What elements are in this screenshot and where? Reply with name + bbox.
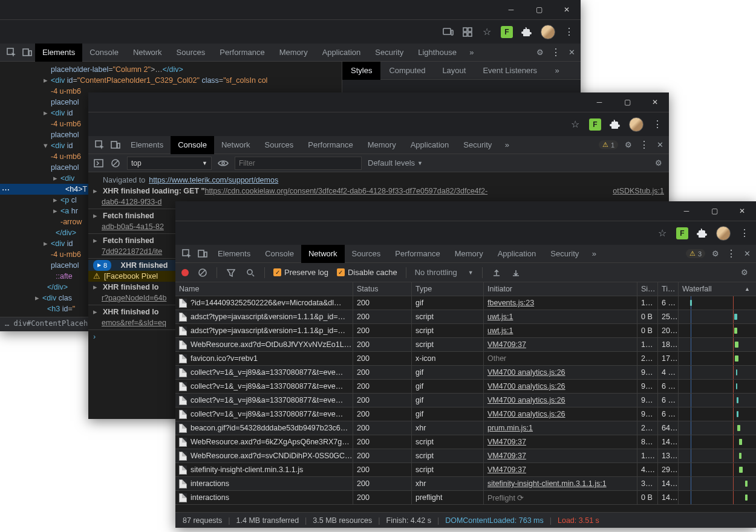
tab-performance[interactable]: Performance [301, 136, 360, 154]
network-row[interactable]: ?id=1444093252502226&ev=Microdata&dl…200… [175, 296, 756, 310]
upload-har-icon[interactable] [491, 267, 502, 278]
win3-close[interactable]: ✕ [728, 201, 756, 221]
settings-icon[interactable]: ⚙ [710, 248, 721, 259]
network-row[interactable]: beacon.gif?id=54328dddabe53db9497b23c6…2… [175, 421, 756, 435]
tab-console[interactable]: Console [258, 245, 301, 263]
devtools-menu-icon[interactable]: ⋮ [726, 248, 737, 259]
initiator-link[interactable]: VM4700 analytics.js:26 [487, 396, 565, 404]
tab-security[interactable]: Security [456, 136, 499, 154]
tab-elements[interactable]: Elements [35, 44, 82, 62]
devtools-menu-icon[interactable]: ⋮ [639, 140, 650, 151]
subtab-computed[interactable]: Computed [380, 62, 434, 80]
initiator-link[interactable]: VM4700 analytics.js:26 [487, 382, 565, 391]
extension-badge-f[interactable]: F [676, 227, 688, 239]
search-icon[interactable] [245, 267, 256, 278]
tab-network[interactable]: Network [126, 44, 169, 62]
warning-count[interactable]: 3 [686, 249, 705, 258]
profile-avatar[interactable] [716, 226, 731, 241]
log-levels-select[interactable]: Default levels▼ [368, 158, 423, 167]
throttling-select[interactable]: No throttling▼ [415, 268, 474, 277]
preserve-log-checkbox[interactable]: ✓Preserve log [273, 268, 328, 277]
extension-badge-f[interactable]: F [501, 26, 513, 38]
live-expr-icon[interactable] [218, 158, 229, 169]
network-row[interactable]: collect?v=1&_v=j89&a=1337080877&t=eve…20… [175, 366, 756, 380]
network-row[interactable]: WebResource.axd?d=svCNDiDihPX-0SS0GC…200… [175, 449, 756, 463]
chrome-menu-icon[interactable]: ⋮ [652, 119, 663, 130]
initiator-link[interactable]: uwt.js:1 [487, 313, 513, 321]
initiator-link[interactable]: VM4709:37 [487, 340, 526, 349]
extension-badge-f[interactable]: F [589, 118, 601, 131]
devtools-close-icon[interactable]: ✕ [654, 140, 665, 151]
win1-minimize[interactable]: ─ [497, 0, 525, 19]
console-settings-icon[interactable]: ⚙ [653, 158, 664, 169]
tab-sources[interactable]: Sources [258, 136, 301, 154]
extensions-icon[interactable] [521, 27, 532, 37]
network-table-header[interactable]: Name Status Type Initiator Si… Ti… Water… [175, 282, 756, 296]
win1-close[interactable]: ✕ [553, 0, 581, 19]
initiator-link[interactable]: prum.min.js:1 [487, 424, 533, 432]
initiator-link[interactable]: fbevents.js:23 [487, 299, 534, 307]
warning-count[interactable]: 1 [599, 140, 618, 149]
device-toggle-icon[interactable] [108, 141, 123, 149]
tab-sources[interactable]: Sources [169, 44, 213, 62]
tab-elements[interactable]: Elements [210, 245, 258, 263]
network-row[interactable]: WebResource.axd?d=OtDu8JfVYXvNVzEo1L…200… [175, 338, 756, 352]
initiator-link[interactable]: VM4700 analytics.js:26 [487, 410, 565, 418]
context-select[interactable]: top▼ [127, 157, 212, 170]
grid-icon[interactable] [462, 27, 473, 37]
tab-elements[interactable]: Elements [123, 136, 171, 154]
more-tabs-icon[interactable]: » [464, 48, 480, 57]
tab-memory[interactable]: Memory [272, 44, 315, 62]
more-subtabs-icon[interactable]: » [549, 66, 565, 75]
tab-network[interactable]: Network [214, 136, 258, 154]
network-row[interactable]: collect?v=1&_v=j89&a=1337080877&t=eve…20… [175, 407, 756, 421]
extensions-icon[interactable] [610, 119, 621, 130]
devtools-close-icon[interactable]: ✕ [566, 47, 577, 58]
group-pill[interactable]: 8 [93, 260, 111, 271]
console-sidebar-icon[interactable] [93, 158, 104, 169]
tab-performance[interactable]: Performance [388, 245, 447, 263]
network-row[interactable]: interactions200preflightPreflight ⟳0 B14… [175, 491, 756, 505]
tab-network[interactable]: Network [301, 245, 345, 263]
initiator-link[interactable]: VM4700 analytics.js:26 [487, 368, 565, 377]
clear-console-icon[interactable] [110, 158, 121, 169]
initiator-link[interactable]: uwt.js:1 [487, 326, 513, 335]
network-row[interactable]: adsct?type=javascript&version=1.1.1&p_id… [175, 324, 756, 338]
subtab-layout[interactable]: Layout [434, 62, 474, 80]
tab-lighthouse[interactable]: Lighthouse [411, 44, 464, 62]
tab-application[interactable]: Application [315, 44, 368, 62]
network-row[interactable]: favicon.ico?v=rebv1200x-iconOther2…17… [175, 352, 756, 366]
console-filter-input[interactable] [235, 157, 362, 170]
more-tabs-icon[interactable]: » [499, 140, 515, 149]
inspect-icon[interactable] [179, 249, 195, 259]
star-icon[interactable]: ☆ [481, 27, 492, 37]
star-icon[interactable]: ☆ [570, 119, 581, 130]
network-row[interactable]: collect?v=1&_v=j89&a=1337080877&t=eve…20… [175, 394, 756, 407]
devtools-close-icon[interactable]: ✕ [741, 248, 752, 259]
record-button[interactable] [181, 269, 189, 276]
device-toggle-icon[interactable] [195, 250, 210, 258]
filter-icon[interactable] [226, 267, 236, 278]
inspect-icon[interactable] [4, 48, 19, 57]
extensions-icon[interactable] [697, 228, 708, 239]
star-icon[interactable]: ☆ [657, 228, 668, 239]
settings-icon[interactable]: ⚙ [623, 140, 634, 151]
device-toggle-icon[interactable] [19, 48, 35, 57]
win1-maximize[interactable]: ▢ [525, 0, 553, 19]
network-row[interactable]: sitefinity-insight-client.min.3.1.1.js20… [175, 463, 756, 477]
network-row[interactable]: WebResource.axd?d=6kZXgApsQ6ne3RX7g…200s… [175, 435, 756, 449]
profile-avatar[interactable] [629, 117, 644, 132]
settings-icon[interactable]: ⚙ [535, 47, 546, 58]
tab-console[interactable]: Console [82, 44, 126, 62]
network-row[interactable]: collect?v=1&_v=j89&a=1337080877&t=eve…20… [175, 380, 756, 394]
devices-icon[interactable] [443, 27, 454, 37]
tab-application[interactable]: Application [490, 245, 544, 263]
tab-application[interactable]: Application [403, 136, 457, 154]
win2-minimize[interactable]: ─ [585, 92, 613, 112]
chrome-menu-icon[interactable]: ⋮ [564, 27, 575, 37]
chrome-menu-icon[interactable]: ⋮ [739, 228, 750, 239]
tab-memory[interactable]: Memory [448, 245, 490, 263]
initiator-link[interactable]: VM4709:37 [487, 452, 526, 460]
disable-cache-checkbox[interactable]: ✓Disable cache [337, 268, 397, 277]
profile-avatar[interactable] [541, 25, 555, 39]
